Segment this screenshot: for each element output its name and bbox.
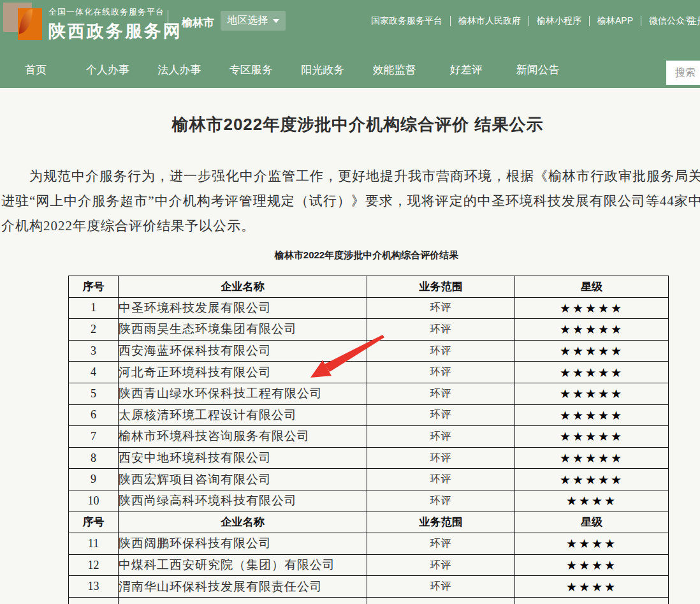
table-cell-no: 13	[69, 576, 119, 598]
column-header: 业务范围	[367, 512, 515, 533]
table-cell-scope: 环评	[367, 340, 515, 362]
table-row: 4河北奇正环境科技有限公司环评★★★★★	[69, 362, 669, 383]
table-cell-scope: 环评	[367, 533, 515, 555]
star-rating-cell: ★★★★	[515, 490, 669, 512]
table-cell-scope	[367, 597, 515, 604]
table-cell-name: 渭南华山环保科技发展有限责任公司	[119, 576, 367, 598]
star-rating-cell: ★★★★	[515, 554, 669, 576]
table-cell-no: 10	[69, 490, 119, 512]
announcement-paragraph: 为规范中介服务行为，进一步强化中介监管工作，更好地提升我市营商环境，根据《榆林市…	[1, 164, 700, 239]
table-cell-name: 陕西青山绿水环保科技工程有限公司	[119, 383, 367, 404]
search-input[interactable]	[666, 61, 700, 85]
main-nav: 首页个人办事法人办事专区服务阳光政务效能监督好差评新闻公告	[0, 59, 574, 82]
current-city-label: 榆林市	[182, 15, 214, 30]
table-header-row: 序号企业名称业务范围星级	[69, 512, 669, 533]
table-cell-no	[69, 597, 119, 604]
table-cell-name: 西安中地环境科技有限公司	[119, 447, 367, 469]
table-row: 1中圣环境科技发展有限公司环评★★★★★	[69, 297, 669, 319]
table-cell-name: 陕西宏辉项目咨询有限公司	[119, 469, 367, 490]
column-header: 序号	[69, 512, 119, 533]
column-header: 星级	[515, 276, 669, 298]
table-cell-no: 9	[69, 469, 119, 490]
star-rating-cell: ★★★★	[515, 576, 669, 598]
table-cell-name: 太原核清环境工程设计有限公司	[119, 404, 367, 426]
table-row: 6太原核清环境工程设计有限公司环评★★★★★	[69, 404, 669, 426]
nav-item[interactable]: 首页	[0, 59, 72, 82]
site-brand: 全国一体化在线政务服务平台 陕西政务服务网	[48, 6, 182, 43]
table-cell-scope: 环评	[367, 404, 515, 426]
star-rating-cell: ★★★★★	[515, 447, 669, 469]
column-header: 企业名称	[119, 512, 367, 533]
page: 全国一体化在线政务服务平台 陕西政务服务网 榆林市 地区选择 国家政务服务平台榆…	[0, 0, 700, 604]
table-row: 7榆林市环境科技咨询服务有限公司环评★★★★★	[69, 426, 669, 448]
region-selector-button[interactable]: 地区选择	[221, 11, 286, 31]
column-header: 星级	[515, 512, 669, 533]
table-cell-name: 西安海蓝环保科技有限公司	[119, 340, 367, 362]
nav-item[interactable]: 效能监督	[359, 59, 431, 82]
nav-item[interactable]: 个人办事	[72, 59, 144, 82]
nav-item[interactable]: 新闻公告	[502, 59, 574, 82]
table-cell-no: 1	[69, 297, 119, 319]
table-cell-scope: 环评	[367, 297, 515, 319]
table-row: 11陕西阔鹏环保科技有限公司环评★★★★	[69, 533, 669, 555]
star-rating-cell: ★★★★★	[515, 426, 669, 448]
star-rating-cell: ★★★★★	[515, 340, 669, 362]
table-row	[69, 597, 669, 604]
table-cell-scope: 环评	[367, 576, 515, 598]
chevron-down-icon	[273, 19, 279, 23]
header-link[interactable]: 榆林市人民政府	[451, 15, 529, 27]
table-row: 9陕西宏辉项目咨询有限公司环评★★★★★	[69, 469, 669, 490]
star-rating-cell: ★★★★★	[515, 404, 669, 426]
star-rating-cell: ★★★★★	[515, 383, 669, 404]
table-row: 12中煤科工西安研究院（集团）有限公司环评★★★★	[69, 554, 669, 576]
table-cell-name: 中圣环境科技发展有限公司	[119, 297, 367, 319]
register-link[interactable]: 注册	[687, 15, 700, 27]
header-link[interactable]: 榆林小程序	[529, 15, 589, 27]
table-cell-no: 4	[69, 362, 119, 383]
table-cell-name	[119, 597, 367, 604]
table-header-row: 序号企业名称业务范围星级	[69, 276, 669, 298]
header-link[interactable]: 榆林APP	[590, 15, 641, 27]
table-cell-scope: 环评	[367, 447, 515, 469]
table-cell-no: 2	[69, 319, 119, 341]
page-title: 榆林市2022年度涉批中介机构综合评价 结果公示	[0, 114, 700, 136]
column-header: 企业名称	[119, 276, 367, 298]
table-cell-scope: 环评	[367, 319, 515, 341]
table-cell-no: 12	[69, 554, 119, 576]
table-cell-scope: 环评	[367, 490, 515, 512]
paragraph-line: 进驻“网上中介服务超市”中介机构考评管理规定（试行）》要求，现将评定的中圣环境科…	[1, 189, 700, 214]
table-row: 8西安中地环境科技有限公司环评★★★★★	[69, 447, 669, 469]
nav-item[interactable]: 阳光政务	[287, 59, 359, 82]
site-name: 陕西政务服务网	[48, 20, 182, 43]
nav-item[interactable]: 法人办事	[143, 59, 215, 82]
column-header: 业务范围	[367, 276, 515, 298]
nav-item[interactable]: 专区服务	[215, 59, 288, 82]
table-cell-no: 5	[69, 383, 119, 404]
star-rating-cell: ★★★★	[515, 533, 669, 555]
table-row: 2陕西雨昊生态环境集团有限公司环评★★★★★	[69, 319, 669, 341]
platform-tagline: 全国一体化在线政务服务平台	[48, 6, 182, 18]
site-header: 全国一体化在线政务服务平台 陕西政务服务网 榆林市 地区选择 国家政务服务平台榆…	[0, 0, 700, 88]
nav-item[interactable]: 好差评	[430, 59, 502, 82]
paragraph-line: 介机构2022年度综合评价结果予以公示。	[1, 214, 700, 239]
table-cell-scope: 环评	[367, 362, 515, 383]
table-cell-scope: 环评	[367, 554, 515, 576]
table-cell-no: 8	[69, 447, 119, 469]
table-row: 3西安海蓝环保科技有限公司环评★★★★★	[69, 340, 669, 362]
header-link[interactable]: 国家政务服务平台	[363, 15, 450, 27]
table-cell-no: 7	[69, 426, 119, 448]
paragraph-line: 为规范中介服务行为，进一步强化中介监管工作，更好地提升我市营商环境，根据《榆林市…	[1, 164, 700, 189]
star-rating-cell	[515, 597, 669, 604]
table-cell-no: 3	[69, 340, 119, 362]
header-divider	[168, 10, 168, 33]
region-selector-label: 地区选择	[228, 14, 268, 27]
table-cell-scope: 环评	[367, 469, 515, 490]
table-cell-name: 陕西阔鹏环保科技有限公司	[119, 533, 367, 555]
evaluation-results-table: 序号企业名称业务范围星级1中圣环境科技发展有限公司环评★★★★★2陕西雨昊生态环…	[68, 276, 669, 604]
table-cell-name: 陕西雨昊生态环境集团有限公司	[119, 319, 367, 341]
star-rating-cell: ★★★★★	[515, 362, 669, 383]
site-logo[interactable]	[3, 3, 43, 41]
table-row: 10陕西尚绿高科环境科技有限公司环评★★★★	[69, 490, 669, 512]
table-cell-scope: 环评	[367, 383, 515, 404]
table-cell-scope: 环评	[367, 426, 515, 448]
